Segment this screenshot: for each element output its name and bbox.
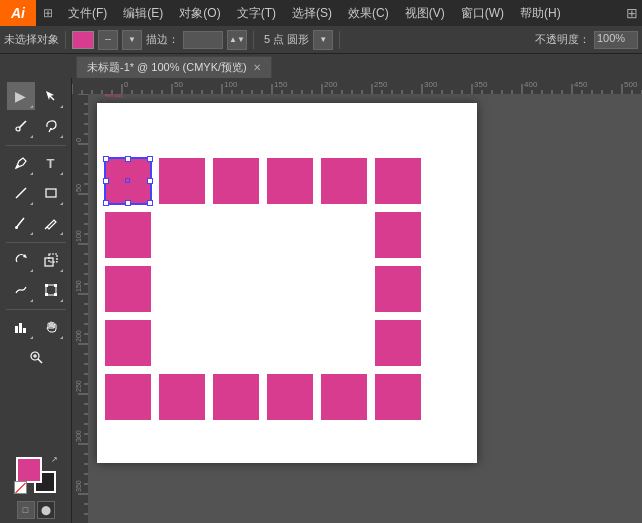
selection-tool-btn[interactable]: ▶ — [7, 82, 35, 110]
svg-rect-14 — [54, 293, 57, 296]
svg-rect-12 — [54, 284, 57, 287]
square-3[interactable] — [213, 158, 259, 204]
tool-separator-2 — [6, 242, 66, 243]
square-17[interactable] — [321, 374, 367, 420]
tool-separator-1 — [6, 145, 66, 146]
svg-rect-17 — [23, 328, 26, 333]
pen-tool-btn[interactable] — [7, 149, 35, 177]
points-dropdown[interactable]: ▼ — [313, 30, 333, 50]
square-8[interactable] — [375, 212, 421, 258]
square-14[interactable] — [159, 374, 205, 420]
layout-icon: ⊞ — [626, 5, 638, 21]
tool-group-line — [7, 179, 65, 207]
square-18[interactable] — [375, 374, 421, 420]
square-7[interactable] — [105, 212, 151, 258]
pencil-btn[interactable] — [37, 209, 65, 237]
tool-group-magic — [7, 112, 65, 140]
svg-line-3 — [16, 188, 26, 198]
menu-file[interactable]: 文件(F) — [60, 0, 115, 26]
menu-effect[interactable]: 效果(C) — [340, 0, 397, 26]
square-9[interactable] — [105, 266, 151, 312]
magic-wand-btn[interactable] — [7, 112, 35, 140]
fill-stroke-indicator[interactable]: ↗ — [16, 457, 56, 493]
square-12[interactable] — [375, 320, 421, 366]
rectangle-tool-btn[interactable] — [37, 179, 65, 207]
square-16[interactable] — [267, 374, 313, 420]
graph-btn[interactable] — [7, 313, 35, 341]
tool-group-paint — [7, 209, 65, 237]
scale-btn[interactable] — [37, 246, 65, 274]
main-area: ▶ T — [0, 78, 642, 523]
toolbar: 未选择对象 ╌ ▼ 描边： ▲▼ 5 点 圆形 ▼ 不透明度： 100% — [0, 26, 642, 54]
svg-rect-15 — [15, 326, 18, 333]
menu-select[interactable]: 选择(S) — [284, 0, 340, 26]
canvas-area: 断点 — [72, 78, 642, 523]
line-tool-btn[interactable] — [7, 179, 35, 207]
mask-mode-btn[interactable]: ⬤ — [37, 501, 55, 519]
document-tab[interactable]: 未标题-1* @ 100% (CMYK/预览) ✕ — [76, 56, 272, 78]
menu-object[interactable]: 对象(O) — [171, 0, 228, 26]
fill-box[interactable] — [16, 457, 42, 483]
svg-rect-13 — [45, 293, 48, 296]
ruler-horizontal — [72, 78, 642, 94]
svg-line-19 — [38, 359, 42, 363]
stroke-input[interactable] — [183, 31, 223, 49]
tab-bar: 未标题-1* @ 100% (CMYK/预览) ✕ — [0, 54, 642, 78]
tool-group-rotate — [7, 246, 65, 274]
none-color-box[interactable] — [14, 481, 27, 494]
menu-window[interactable]: 窗口(W) — [453, 0, 512, 26]
square-5[interactable] — [321, 158, 367, 204]
tab-title: 未标题-1* @ 100% (CMYK/预览) — [87, 60, 247, 75]
tool-separator-3 — [6, 309, 66, 310]
menu-view[interactable]: 视图(V) — [397, 0, 453, 26]
square-11[interactable] — [105, 320, 151, 366]
toolbar-separator3 — [339, 31, 340, 49]
svg-rect-4 — [46, 189, 56, 197]
tool-group-pen: T — [7, 149, 65, 177]
hand-btn[interactable] — [37, 313, 65, 341]
tool-group-1: ▶ — [7, 82, 65, 110]
opacity-input[interactable]: 100% — [594, 31, 638, 49]
square-4[interactable] — [267, 158, 313, 204]
tab-close-btn[interactable]: ✕ — [253, 62, 261, 73]
tool-group-graph — [7, 313, 65, 341]
color-section: ↗ □ ⬤ — [12, 453, 60, 523]
stroke-dropdown-btn[interactable]: ▲▼ — [227, 30, 247, 50]
zoom-btn[interactable] — [22, 343, 50, 371]
paintbrush-btn[interactable] — [7, 209, 35, 237]
app-logo: Ai — [0, 0, 36, 26]
direct-selection-tool-btn[interactable] — [37, 82, 65, 110]
tool-group-warp — [7, 276, 65, 304]
menu-text[interactable]: 文字(T) — [229, 0, 284, 26]
rotate-btn[interactable] — [7, 246, 35, 274]
square-1[interactable] — [105, 158, 151, 204]
square-2[interactable] — [159, 158, 205, 204]
normal-mode-btn[interactable]: □ — [17, 501, 35, 519]
menu-help[interactable]: 帮助(H) — [512, 0, 569, 26]
type-tool-btn[interactable]: T — [37, 149, 65, 177]
swap-colors-btn[interactable]: ↗ — [51, 455, 58, 464]
tool-group-zoom — [22, 343, 50, 371]
lasso-btn[interactable] — [37, 112, 65, 140]
svg-line-1 — [19, 121, 26, 128]
windows-icon: ⊞ — [36, 0, 60, 26]
menu-edit[interactable]: 编辑(E) — [115, 0, 171, 26]
stroke-arrow-btn[interactable]: ▼ — [122, 30, 142, 50]
view-modes: □ ⬤ — [17, 501, 55, 519]
svg-rect-11 — [45, 284, 48, 287]
shape-points-label: 5 点 圆形 — [264, 32, 309, 47]
selection-label: 未选择对象 — [4, 32, 59, 47]
toolbar-separator — [65, 31, 66, 49]
warp-btn[interactable] — [7, 276, 35, 304]
square-10[interactable] — [375, 266, 421, 312]
fill-color-box[interactable] — [72, 31, 94, 49]
stroke-label: 描边： — [146, 32, 179, 47]
square-6[interactable] — [375, 158, 421, 204]
square-13[interactable] — [105, 374, 151, 420]
ruler-vertical — [72, 94, 88, 523]
artboard: 断点 — [97, 103, 477, 463]
stroke-style-btn[interactable]: ╌ — [98, 30, 118, 50]
square-15[interactable] — [213, 374, 259, 420]
svg-line-6 — [45, 227, 47, 229]
free-transform-btn[interactable] — [37, 276, 65, 304]
